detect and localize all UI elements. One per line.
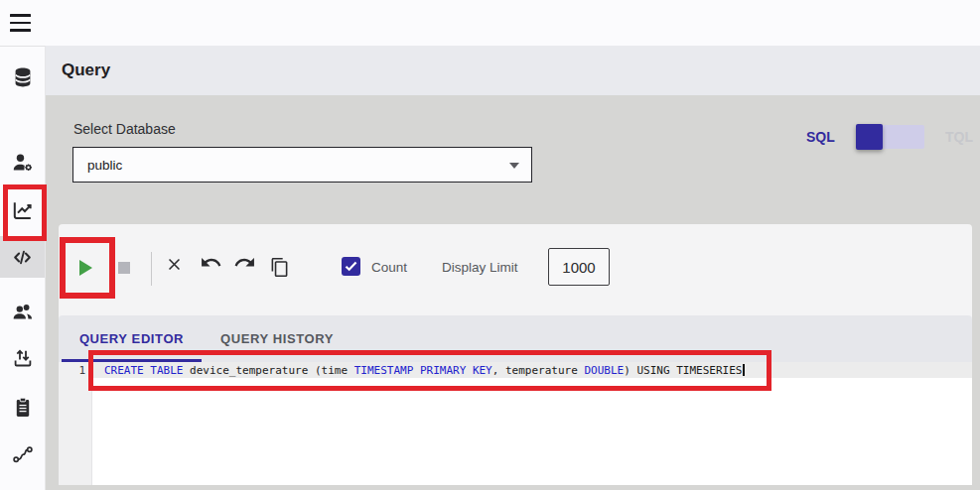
sql-tql-toggle[interactable] [856, 125, 924, 149]
sidebar-item-flow[interactable] [0, 433, 45, 475]
database-dropdown[interactable]: public [72, 147, 532, 183]
users-icon [11, 300, 35, 323]
tab-bar: QUERY EDITOR QUERY HISTORY [59, 315, 972, 362]
top-bar [0, 0, 980, 46]
query-editor[interactable]: 1 CREATE TABLE device_temperature (time … [59, 362, 972, 485]
undo-button[interactable] [200, 256, 222, 277]
database-icon [11, 65, 35, 89]
clipboard-icon [11, 396, 35, 420]
chart-icon [11, 198, 35, 222]
import-export-icon [11, 346, 35, 370]
toggle-knob[interactable] [856, 124, 883, 150]
flow-icon [11, 442, 35, 466]
display-limit-label: Display Limit [442, 260, 518, 275]
sidebar: ? [0, 46, 46, 490]
redo-button[interactable] [233, 256, 256, 277]
line-number: 1 [59, 364, 85, 377]
sidebar-item-chart[interactable] [0, 189, 45, 231]
sidebar-item-database[interactable] [0, 57, 45, 98]
code-line-content[interactable]: CREATE TABLE device_temperature (time TI… [104, 364, 745, 377]
code-icon [10, 245, 35, 270]
redo-icon [233, 256, 256, 273]
sidebar-item-import-export[interactable] [0, 337, 45, 379]
toolbar-divider [151, 252, 152, 286]
display-limit-input[interactable] [548, 248, 610, 286]
chevron-down-icon [509, 163, 519, 169]
page-title: Query [62, 46, 110, 95]
sidebar-item-user-settings[interactable] [0, 142, 45, 184]
database-dropdown-value: public [87, 158, 122, 173]
select-database-label: Select Database [73, 121, 176, 137]
copy-icon [270, 257, 289, 278]
check-icon [345, 261, 357, 272]
menu-icon[interactable] [10, 14, 31, 33]
query-panel: Count Display Limit QUERY EDITOR QUERY H… [59, 224, 972, 485]
page-header: Query [46, 46, 980, 95]
sidebar-item-code[interactable] [0, 236, 45, 278]
stop-query-button[interactable] [118, 262, 130, 274]
content-area: Select Database public SQL TQL [46, 95, 980, 490]
tql-toggle-label: TQL [945, 129, 973, 145]
tab-query-history[interactable]: QUERY HISTORY [215, 315, 339, 362]
app-window: ? Query Select Database public SQL TQL [0, 0, 980, 490]
sidebar-item-clipboard[interactable] [0, 387, 45, 429]
clear-button[interactable] [166, 256, 183, 277]
count-checkbox[interactable] [342, 257, 360, 276]
copy-button[interactable] [270, 257, 289, 282]
count-label: Count [371, 260, 407, 275]
user-settings-icon [11, 151, 35, 175]
sql-toggle-label: SQL [806, 129, 835, 145]
undo-icon [200, 256, 222, 273]
sidebar-item-users[interactable] [0, 291, 45, 332]
sidebar-item-help[interactable]: ? [0, 480, 45, 490]
editor-gutter: 1 [59, 362, 92, 485]
tab-query-editor[interactable]: QUERY EDITOR [62, 315, 202, 362]
clear-icon [166, 256, 183, 273]
run-query-button[interactable] [79, 260, 92, 276]
